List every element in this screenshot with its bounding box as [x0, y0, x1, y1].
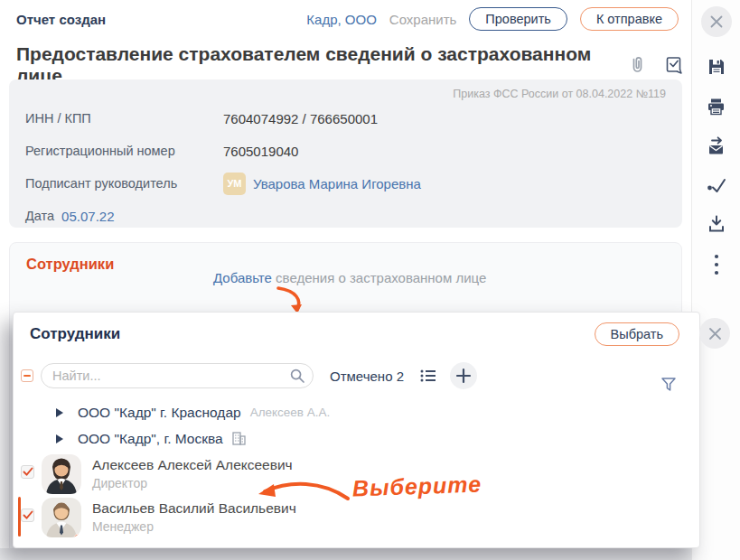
org-link[interactable]: Кадр, ООО — [306, 12, 377, 27]
org-tree: ООО "Кадр" г. Краснодар Алексеев А.А. ОО… — [14, 399, 699, 452]
info-row-regnum: Регистрационный номер 7605019040 — [16, 135, 668, 167]
check-icon — [23, 510, 33, 520]
signer-name-link[interactable]: Уварова Марина Игоревна — [253, 176, 421, 191]
marked-count[interactable]: Отмечено 2 — [330, 369, 404, 384]
info-row-date: Дата 05.07.22 — [16, 200, 668, 232]
title-icons — [628, 55, 685, 75]
inn-kpp-value: 7604074992 / 766650001 — [223, 111, 378, 126]
report-info-panel: Приказ ФСС России от 08.04.2022 №119 ИНН… — [9, 79, 682, 228]
to-send-button[interactable]: К отправке — [580, 7, 679, 31]
report-status: Отчет создан — [16, 12, 106, 27]
employee-checkbox[interactable] — [21, 509, 34, 522]
info-row-signer: Подписант руководитель УМ Уварова Марина… — [16, 167, 668, 200]
save-link[interactable]: Сохранить — [389, 12, 457, 27]
annotation-arrow-left — [254, 477, 351, 508]
search-wrap — [41, 363, 314, 388]
employee-checkbox[interactable] — [21, 465, 34, 479]
modal-close-button[interactable] — [699, 318, 730, 349]
filter-icon[interactable] — [660, 376, 678, 393]
close-icon — [709, 14, 724, 29]
employee-photo — [42, 498, 81, 537]
date-label: Дата — [25, 209, 54, 223]
plus-icon — [455, 368, 472, 384]
report-check-icon[interactable] — [664, 55, 685, 75]
header-actions: Кадр, ООО Сохранить Проверить К отправке — [306, 7, 679, 31]
header-bar: Отчет создан Кадр, ООО Сохранить Провери… — [0, 0, 691, 38]
close-icon — [708, 327, 722, 341]
date-value-link[interactable]: 05.07.22 — [61, 209, 114, 224]
org-name: ООО "Кадр" г. Краснодар — [78, 405, 241, 421]
modal-toolbar: Отмечено 2 — [21, 362, 683, 389]
close-report-button[interactable] — [701, 6, 732, 37]
marked-list-icon[interactable] — [418, 367, 438, 385]
search-icon[interactable] — [288, 367, 306, 385]
order-reference: Приказ ФСС России от 08.04.2022 №119 — [16, 88, 666, 100]
download-icon[interactable] — [707, 214, 726, 233]
send-icon[interactable] — [706, 136, 726, 156]
check-icon — [23, 467, 33, 477]
search-input[interactable] — [41, 363, 314, 388]
employees-section-title: Сотрудники — [26, 256, 114, 273]
signer-avatar: УМ — [223, 173, 246, 195]
org-head: Алексеев А.А. — [250, 406, 331, 419]
expand-arrow-icon[interactable] — [56, 408, 63, 417]
signer-label: Подписант руководитель — [25, 176, 223, 191]
org-name: ООО "Кадр", г. Москва — [78, 431, 223, 447]
regnum-label: Регистрационный номер — [25, 144, 223, 158]
employees-modal: Сотрудники Выбрать Отмечено 2 — [13, 312, 700, 548]
employee-photo — [42, 454, 81, 494]
report-page: Отчет создан Кадр, ООО Сохранить Провери… — [0, 0, 740, 560]
expand-arrow-icon[interactable] — [56, 434, 63, 443]
status-dot — [74, 534, 81, 537]
add-employee-button[interactable] — [450, 362, 477, 389]
print-icon[interactable] — [706, 97, 726, 117]
org-node-krasnodar[interactable]: ООО "Кадр" г. Краснодар Алексеев А.А. — [14, 399, 699, 425]
save-icon[interactable] — [707, 57, 726, 77]
paperclip-icon[interactable] — [628, 55, 646, 75]
info-row-inn-kpp: ИНН / КПП 7604074992 / 766650001 — [16, 102, 668, 135]
modal-header: Сотрудники Выбрать — [14, 313, 699, 351]
regnum-value: 7605019040 — [223, 144, 298, 159]
add-hint: Добавьте сведения о застрахованном лице — [213, 270, 486, 285]
check-button[interactable]: Проверить — [469, 7, 567, 31]
modal-title: Сотрудники — [30, 325, 120, 343]
employee-role: Менеджер — [92, 519, 296, 534]
org-node-moscow[interactable]: ООО "Кадр", г. Москва — [14, 425, 699, 452]
add-hint-rest: сведения о застрахованном лице — [276, 270, 486, 285]
inn-kpp-label: ИНН / КПП — [25, 111, 223, 126]
sign-check-icon[interactable] — [706, 176, 727, 194]
select-button[interactable]: Выбрать — [595, 322, 679, 346]
more-menu-icon[interactable] — [713, 253, 720, 276]
building-icon — [230, 431, 247, 446]
add-link[interactable]: Добавьте — [213, 270, 272, 285]
annotation-select: Выберите — [352, 471, 482, 502]
employee-name: Алексеев Алексей Алексеевич — [92, 457, 293, 473]
select-all-checkbox[interactable] — [21, 369, 33, 382]
bottom-strip — [0, 548, 740, 560]
